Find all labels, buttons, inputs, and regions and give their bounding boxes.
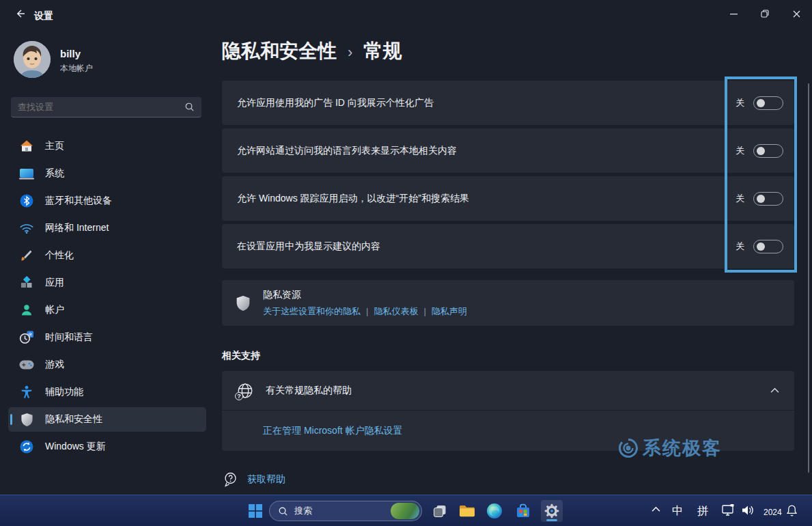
home-icon (19, 139, 34, 154)
sidebar-item-network[interactable]: 网络和 Internet (8, 216, 206, 240)
taskbar-search-box[interactable]: 搜索 (269, 501, 422, 521)
sidebar-item-accessibility[interactable]: 辅助功能 (8, 380, 206, 404)
search-highlight-thumbnail (391, 503, 419, 519)
scrollbar[interactable] (808, 83, 809, 473)
ime-language-indicator[interactable]: 中 (672, 504, 683, 518)
sidebar-item-label: 蓝牙和其他设备 (45, 195, 112, 207)
sidebar-item-label: 主页 (45, 140, 64, 152)
help-expander-label: 有关常规隐私的帮助 (266, 385, 352, 397)
task-view-button[interactable] (429, 500, 451, 522)
link-privacy-dashboard[interactable]: 隐私仪表板 (374, 305, 418, 318)
user-account-type: 本地帐户 (60, 63, 93, 74)
start-button[interactable] (244, 500, 266, 522)
task-view-icon (432, 503, 447, 518)
tray-chevron-up-icon[interactable] (652, 506, 660, 512)
volume-icon[interactable] (741, 504, 755, 516)
sidebar-item-bluetooth[interactable]: 蓝牙和其他设备 (8, 189, 206, 213)
watermark-logo-icon (618, 438, 639, 458)
toggle-list: 允许应用使用我的广告 ID 向我展示个性化广告 关 允许网站通过访问我的语言列表… (222, 81, 794, 268)
chevron-up-icon[interactable] (770, 387, 779, 393)
taskbar: 搜索 (0, 495, 812, 526)
restore-button[interactable] (749, 0, 781, 27)
active-app-indicator (546, 519, 557, 521)
app-title: 设置 (34, 10, 53, 23)
help-bubble-icon (223, 471, 238, 488)
shield-icon (236, 294, 251, 312)
accessibility-icon (19, 385, 34, 400)
breadcrumb-separator: › (348, 42, 352, 61)
sidebar-item-apps[interactable]: 应用 (8, 271, 206, 295)
question-badge: ? (235, 392, 243, 400)
search-icon (178, 102, 201, 112)
link-privacy-statement[interactable]: 隐私声明 (432, 305, 467, 318)
taskbar-search-placeholder: 搜索 (294, 505, 312, 517)
link-separator: | (423, 306, 425, 316)
sidebar-nav: 主页 系统 蓝牙和其他设备 网络和 Internet 个性化 (8, 134, 206, 462)
sidebar-item-privacy-security[interactable]: 隐私和安全性 (8, 407, 206, 432)
toggle-label: 允许应用使用我的广告 ID 向我展示个性化广告 (237, 97, 736, 109)
breadcrumb: 隐私和安全性 › 常规 (222, 38, 402, 64)
user-name: billy (60, 48, 81, 59)
gear-icon (544, 503, 560, 519)
close-icon (793, 10, 800, 18)
microsoft-store-button[interactable] (512, 500, 534, 522)
file-explorer-button[interactable] (456, 500, 478, 522)
bluetooth-icon (19, 193, 34, 208)
edge-icon (486, 503, 503, 519)
settings-search-box (11, 97, 201, 117)
edge-browser-button[interactable] (484, 500, 505, 522)
file-explorer-icon (459, 504, 475, 518)
restore-icon (761, 10, 769, 18)
network-status-icon[interactable] (721, 503, 736, 517)
sidebar-item-gaming[interactable]: 游戏 (8, 352, 206, 377)
ime-mode-indicator[interactable]: 拼 (697, 504, 708, 518)
sidebar-item-label: 隐私和安全性 (45, 413, 102, 426)
settings-search-input[interactable] (11, 97, 178, 117)
brush-icon (19, 248, 34, 263)
minimize-icon (730, 10, 738, 18)
window-controls (718, 0, 812, 27)
sidebar-item-home[interactable]: 主页 (8, 134, 206, 158)
toggle-label: 在设置应用中为我显示建议的内容 (237, 240, 736, 253)
store-icon (516, 503, 531, 518)
shield-icon (19, 412, 34, 427)
wifi-icon (19, 221, 34, 236)
breadcrumb-section[interactable]: 隐私和安全性 (222, 38, 337, 64)
annotation-highlight-box (725, 77, 797, 273)
get-help-button[interactable]: 获取帮助 (223, 471, 285, 488)
link-about-settings-privacy[interactable]: 关于这些设置和你的隐私 (263, 305, 361, 318)
sidebar-item-windows-update[interactable]: Windows 更新 (8, 434, 206, 459)
settings-window: { "titlebar": { "app_title": "设置" }, "si… (0, 0, 812, 526)
sidebar-item-system[interactable]: 系统 (8, 161, 206, 186)
privacy-resources-card: 隐私资源 关于这些设置和你的隐私 | 隐私仪表板 | 隐私声明 (222, 280, 794, 326)
toggle-label: 允许 Windows 跟踪应用启动，以改进“开始”和搜索结果 (237, 193, 736, 205)
manage-ms-account-privacy-link[interactable]: 正在管理 Microsoft 帐户隐私设置 (263, 425, 403, 437)
privacy-resources-title: 隐私资源 (263, 289, 467, 301)
close-button[interactable] (781, 0, 812, 27)
back-button[interactable] (10, 5, 31, 23)
notification-bell-icon[interactable] (785, 503, 798, 518)
search-icon (278, 506, 288, 516)
system-icon (19, 166, 34, 181)
toggle-row-advertising-id: 允许应用使用我的广告 ID 向我展示个性化广告 关 (222, 81, 794, 125)
sidebar-item-personalization[interactable]: 个性化 (8, 243, 206, 268)
privacy-resources-links: 关于这些设置和你的隐私 | 隐私仪表板 | 隐私声明 (263, 305, 467, 318)
sidebar-item-label: 辅助功能 (45, 386, 83, 398)
settings-app-button[interactable] (541, 500, 563, 522)
toggle-label: 允许网站通过访问我的语言列表来显示本地相关内容 (237, 145, 736, 157)
back-arrow-icon (15, 8, 26, 19)
sidebar-item-label: 应用 (45, 277, 64, 289)
sidebar-item-label: 网络和 Internet (45, 222, 109, 234)
toggle-row-suggested-content: 在设置应用中为我显示建议的内容 关 (222, 224, 794, 268)
get-help-label: 获取帮助 (247, 473, 285, 486)
user-avatar[interactable] (14, 41, 51, 78)
update-icon (19, 439, 34, 454)
toggle-row-app-launch-tracking: 允许 Windows 跟踪应用启动，以改进“开始”和搜索结果 关 (222, 176, 794, 221)
help-expander[interactable]: ? 有关常规隐私的帮助 (222, 371, 794, 410)
minimize-button[interactable] (718, 0, 749, 27)
sidebar-item-accounts[interactable]: 帐户 (8, 298, 206, 322)
gamepad-icon (19, 357, 34, 372)
sidebar-item-time-language[interactable]: 时间和语言 (8, 325, 206, 350)
clock-date[interactable]: 2024 (764, 508, 782, 517)
selected-indicator (10, 414, 12, 425)
